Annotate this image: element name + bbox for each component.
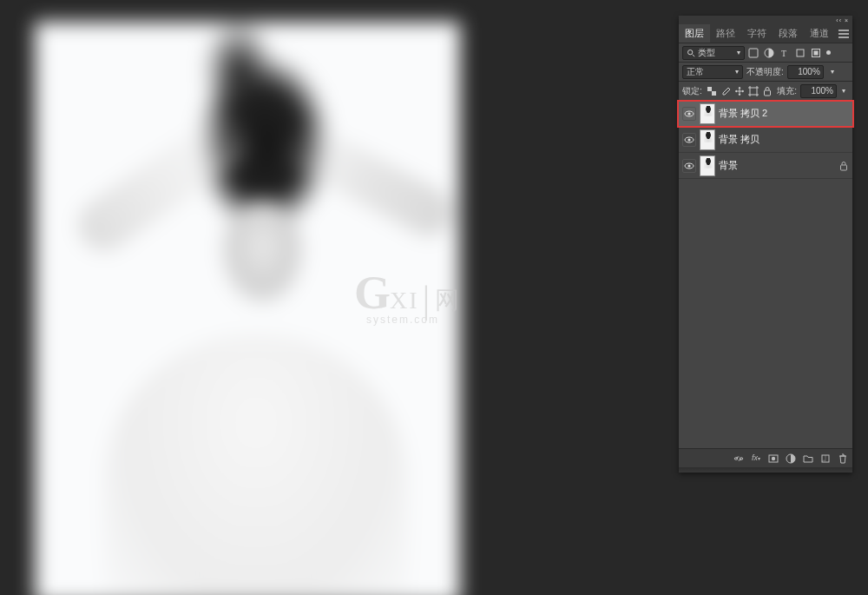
panel-menu-button[interactable] [835,24,852,43]
tab-paragraph[interactable]: 段落 [773,24,804,43]
blend-opacity-row: 正常 ▾ 不透明度: 100% ▾ [679,63,852,82]
layer-thumbnail[interactable] [700,155,715,176]
tab-layers[interactable]: 图层 [679,24,710,43]
layer-mask-button[interactable] [767,452,779,466]
blend-mode-select[interactable]: 正常 ▾ [682,65,743,79]
tab-label: 通道 [810,27,829,40]
menu-icon [838,30,849,38]
svg-rect-10 [750,88,757,95]
fill-label: 填充: [777,85,797,97]
canvas-area[interactable]: GXI|网 system.com [0,0,675,595]
panel-collapse-close-icons[interactable]: ‹‹ × [836,17,849,23]
svg-rect-11 [764,90,770,96]
layer-thumbnail[interactable] [700,103,715,124]
svg-point-17 [687,164,690,167]
svg-point-22 [772,456,775,459]
svg-line-1 [693,54,695,56]
document-image [35,22,460,595]
layer-name[interactable]: 背景 拷贝 [719,133,849,146]
fill-slider-toggle[interactable]: ▾ [838,84,849,98]
fill-input[interactable]: 100% [800,84,837,98]
lock-fill-row: 锁定: 填充: 100% ▾ [679,82,852,101]
chevron-down-icon: ▾ [735,68,739,76]
layer-row[interactable]: 背景 拷贝 [679,127,852,153]
layer-row[interactable]: 背景 拷贝 2 [679,101,852,127]
svg-rect-2 [749,49,758,57]
svg-rect-8 [707,87,712,91]
search-icon [687,49,695,57]
layer-thumbnail[interactable] [700,129,715,150]
shape-filter-icon[interactable] [793,46,807,60]
layer-name[interactable]: 背景 [719,159,835,172]
svg-point-0 [688,50,693,54]
panel-footer: fx▾ [679,448,852,467]
visibility-toggle[interactable] [682,133,696,147]
type-filter-icon[interactable]: T [778,46,792,60]
layers-panel: ‹‹ × 图层 路径 字符 段落 通道 类型 ▾ T 正常 ▾ 不透明度: [679,16,852,473]
lock-icon [838,161,849,171]
new-layer-button[interactable] [819,452,832,466]
visibility-toggle[interactable] [682,107,696,121]
visibility-toggle[interactable] [682,159,696,173]
tab-paths[interactable]: 路径 [710,24,741,43]
svg-rect-7 [814,50,819,55]
adjustment-layer-button[interactable] [785,452,797,466]
layer-list: 背景 拷贝 2 背景 拷贝 背景 [679,101,852,448]
panel-titlebar[interactable]: ‹‹ × [679,16,852,24]
tab-label: 图层 [685,27,704,40]
pixel-filter-icon[interactable] [746,46,760,60]
svg-text:T: T [781,49,786,58]
lock-position-icon[interactable] [733,84,746,98]
tab-channels[interactable]: 通道 [804,24,835,43]
filter-type-select[interactable]: 类型 ▾ [682,46,745,60]
panel-resize-grip[interactable] [679,467,852,473]
lock-all-icon[interactable] [761,84,773,98]
lock-pixels-icon[interactable] [720,84,732,98]
lock-transparency-icon[interactable] [706,84,718,98]
link-layers-button[interactable] [733,452,745,466]
layer-style-button[interactable]: fx▾ [750,452,762,466]
blend-mode-value: 正常 [687,66,704,78]
layer-filter-row: 类型 ▾ T [679,43,852,63]
new-group-button[interactable] [802,452,814,466]
svg-point-13 [687,112,690,115]
eye-icon [684,161,694,171]
opacity-label: 不透明度: [746,66,784,78]
filter-type-label: 类型 [698,47,715,59]
fill-value: 100% [811,86,833,96]
chevron-down-icon: ▾ [737,49,740,56]
tab-label: 字符 [747,27,766,40]
opacity-slider-toggle[interactable]: ▾ [827,65,838,79]
panel-tabs: 图层 路径 字符 段落 通道 [679,24,852,43]
svg-rect-9 [712,91,716,96]
svg-point-15 [687,138,690,141]
tab-character[interactable]: 字符 [741,24,773,43]
filter-toggle[interactable] [825,46,832,60]
layer-name[interactable]: 背景 拷贝 2 [719,107,849,120]
tab-label: 路径 [716,27,735,40]
smartobj-filter-icon[interactable] [809,46,823,60]
svg-rect-5 [797,50,804,56]
delete-layer-button[interactable] [837,452,849,466]
tab-label: 段落 [779,27,798,40]
eye-icon [684,109,694,119]
lock-label: 锁定: [682,85,702,97]
adjustment-filter-icon[interactable] [762,46,776,60]
lock-artboard-icon[interactable] [747,84,760,98]
opacity-value: 100% [798,67,820,76]
eye-icon [684,135,694,145]
layer-row[interactable]: 背景 [679,153,852,179]
svg-rect-18 [841,165,847,170]
opacity-input[interactable]: 100% [787,65,824,79]
